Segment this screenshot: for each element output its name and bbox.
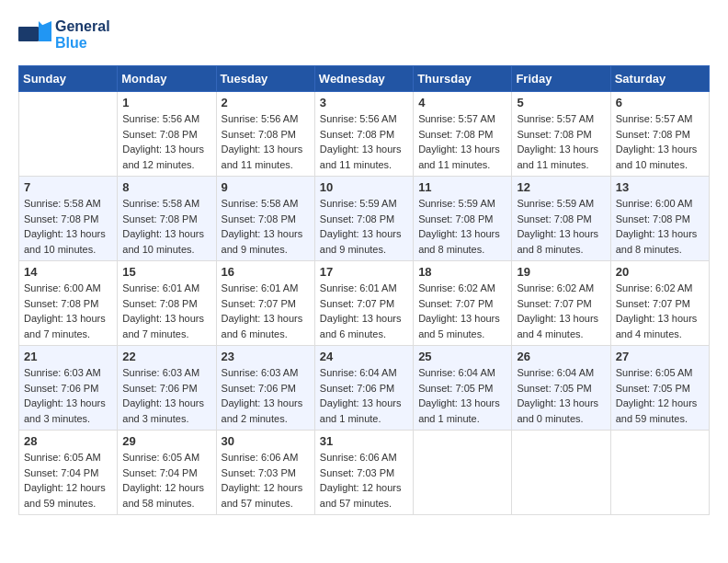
calendar-cell: 19 Sunrise: 6:02 AM Sunset: 7:07 PM Dayl… <box>512 261 610 346</box>
weekday-header-wednesday: Wednesday <box>314 66 413 92</box>
calendar-cell: 27 Sunrise: 6:05 AM Sunset: 7:05 PM Dayl… <box>610 346 709 431</box>
day-number: 2 <box>222 96 310 109</box>
day-number: 29 <box>122 434 210 448</box>
day-number: 21 <box>24 350 112 363</box>
calendar-cell: 26 Sunrise: 6:04 AM Sunset: 7:05 PM Dayl… <box>512 346 610 431</box>
day-info: Sunrise: 5:57 AM Sunset: 7:08 PM Dayligh… <box>616 111 704 172</box>
day-number: 4 <box>418 96 506 109</box>
day-info: Sunrise: 6:04 AM Sunset: 7:05 PM Dayligh… <box>517 365 605 426</box>
calendar-cell: 13 Sunrise: 6:00 AM Sunset: 7:08 PM Dayl… <box>610 177 709 261</box>
day-number: 9 <box>222 180 310 194</box>
weekday-header-saturday: Saturday <box>610 66 709 92</box>
day-info: Sunrise: 6:04 AM Sunset: 7:06 PM Dayligh… <box>320 365 408 426</box>
calendar-week-row: 7 Sunrise: 5:58 AM Sunset: 7:08 PM Dayli… <box>19 177 710 261</box>
day-info: Sunrise: 5:56 AM Sunset: 7:08 PM Dayligh… <box>122 111 210 172</box>
day-info: Sunrise: 5:56 AM Sunset: 7:08 PM Dayligh… <box>222 111 310 172</box>
day-info: Sunrise: 6:03 AM Sunset: 7:06 PM Dayligh… <box>24 365 112 426</box>
weekday-header-thursday: Thursday <box>414 66 512 92</box>
day-number: 3 <box>320 96 408 109</box>
calendar-cell: 4 Sunrise: 5:57 AM Sunset: 7:08 PM Dayli… <box>414 92 512 177</box>
day-number: 23 <box>222 350 310 363</box>
day-info: Sunrise: 6:04 AM Sunset: 7:05 PM Dayligh… <box>418 365 506 426</box>
day-number: 11 <box>418 180 506 194</box>
day-number: 6 <box>616 96 704 109</box>
day-number: 18 <box>418 265 506 279</box>
day-number: 31 <box>320 434 408 448</box>
calendar-cell: 14 Sunrise: 6:00 AM Sunset: 7:08 PM Dayl… <box>19 261 118 346</box>
calendar-cell: 3 Sunrise: 5:56 AM Sunset: 7:08 PM Dayli… <box>314 92 413 177</box>
svg-rect-0 <box>18 27 39 41</box>
calendar-table: SundayMondayTuesdayWednesdayThursdayFrid… <box>18 65 710 515</box>
day-number: 20 <box>616 265 704 279</box>
calendar-cell: 21 Sunrise: 6:03 AM Sunset: 7:06 PM Dayl… <box>19 346 118 431</box>
calendar-cell: 9 Sunrise: 5:58 AM Sunset: 7:08 PM Dayli… <box>216 177 314 261</box>
day-number: 13 <box>616 180 704 194</box>
calendar-cell: 31 Sunrise: 6:06 AM Sunset: 7:03 PM Dayl… <box>314 431 413 515</box>
calendar-cell: 2 Sunrise: 5:56 AM Sunset: 7:08 PM Dayli… <box>216 92 314 177</box>
day-number: 7 <box>24 180 112 194</box>
calendar-cell: 1 Sunrise: 5:56 AM Sunset: 7:08 PM Dayli… <box>118 92 216 177</box>
calendar-cell: 22 Sunrise: 6:03 AM Sunset: 7:06 PM Dayl… <box>118 346 216 431</box>
day-info: Sunrise: 6:02 AM Sunset: 7:07 PM Dayligh… <box>616 281 704 341</box>
day-number: 22 <box>122 350 210 363</box>
day-info: Sunrise: 6:05 AM Sunset: 7:04 PM Dayligh… <box>122 450 210 511</box>
day-info: Sunrise: 6:06 AM Sunset: 7:03 PM Dayligh… <box>320 450 408 511</box>
day-number: 8 <box>122 180 210 194</box>
calendar-cell: 25 Sunrise: 6:04 AM Sunset: 7:05 PM Dayl… <box>414 346 512 431</box>
day-info: Sunrise: 5:58 AM Sunset: 7:08 PM Dayligh… <box>122 196 210 257</box>
logo-icon <box>18 21 51 49</box>
day-info: Sunrise: 6:00 AM Sunset: 7:08 PM Dayligh… <box>616 196 704 257</box>
weekday-header-sunday: Sunday <box>19 66 118 92</box>
day-number: 28 <box>24 434 112 448</box>
day-number: 25 <box>418 350 506 363</box>
calendar-cell: 20 Sunrise: 6:02 AM Sunset: 7:07 PM Dayl… <box>610 261 709 346</box>
weekday-header-friday: Friday <box>512 66 610 92</box>
day-info: Sunrise: 5:59 AM Sunset: 7:08 PM Dayligh… <box>418 196 506 257</box>
day-info: Sunrise: 5:59 AM Sunset: 7:08 PM Dayligh… <box>320 196 408 257</box>
calendar-cell: 30 Sunrise: 6:06 AM Sunset: 7:03 PM Dayl… <box>216 431 314 515</box>
calendar-cell: 17 Sunrise: 6:01 AM Sunset: 7:07 PM Dayl… <box>314 261 413 346</box>
day-number: 14 <box>24 265 112 279</box>
day-info: Sunrise: 6:01 AM Sunset: 7:08 PM Dayligh… <box>122 281 210 341</box>
day-info: Sunrise: 6:02 AM Sunset: 7:07 PM Dayligh… <box>418 281 506 341</box>
weekday-header-row: SundayMondayTuesdayWednesdayThursdayFrid… <box>19 66 710 92</box>
calendar-cell: 10 Sunrise: 5:59 AM Sunset: 7:08 PM Dayl… <box>314 177 413 261</box>
day-info: Sunrise: 6:01 AM Sunset: 7:07 PM Dayligh… <box>222 281 310 341</box>
day-number: 10 <box>320 180 408 194</box>
day-info: Sunrise: 6:02 AM Sunset: 7:07 PM Dayligh… <box>517 281 605 341</box>
day-info: Sunrise: 6:00 AM Sunset: 7:08 PM Dayligh… <box>24 281 112 341</box>
calendar-cell: 15 Sunrise: 6:01 AM Sunset: 7:08 PM Dayl… <box>118 261 216 346</box>
calendar-week-row: 1 Sunrise: 5:56 AM Sunset: 7:08 PM Dayli… <box>19 92 710 177</box>
calendar-cell: 7 Sunrise: 5:58 AM Sunset: 7:08 PM Dayli… <box>19 177 118 261</box>
calendar-cell: 8 Sunrise: 5:58 AM Sunset: 7:08 PM Dayli… <box>118 177 216 261</box>
day-number: 16 <box>222 265 310 279</box>
day-number: 5 <box>517 96 605 109</box>
calendar-cell: 5 Sunrise: 5:57 AM Sunset: 7:08 PM Dayli… <box>512 92 610 177</box>
day-info: Sunrise: 5:57 AM Sunset: 7:08 PM Dayligh… <box>418 111 506 172</box>
calendar-cell <box>610 431 709 515</box>
logo-text-line1: General <box>55 18 110 35</box>
calendar-cell: 11 Sunrise: 5:59 AM Sunset: 7:08 PM Dayl… <box>414 177 512 261</box>
day-number: 24 <box>320 350 408 363</box>
day-info: Sunrise: 5:59 AM Sunset: 7:08 PM Dayligh… <box>517 196 605 257</box>
day-info: Sunrise: 6:03 AM Sunset: 7:06 PM Dayligh… <box>122 365 210 426</box>
day-info: Sunrise: 5:57 AM Sunset: 7:08 PM Dayligh… <box>517 111 605 172</box>
calendar-week-row: 14 Sunrise: 6:00 AM Sunset: 7:08 PM Dayl… <box>19 261 710 346</box>
day-number: 12 <box>517 180 605 194</box>
weekday-header-tuesday: Tuesday <box>216 66 314 92</box>
day-info: Sunrise: 5:58 AM Sunset: 7:08 PM Dayligh… <box>222 196 310 257</box>
calendar-cell: 18 Sunrise: 6:02 AM Sunset: 7:07 PM Dayl… <box>414 261 512 346</box>
weekday-header-monday: Monday <box>118 66 216 92</box>
calendar-cell: 24 Sunrise: 6:04 AM Sunset: 7:06 PM Dayl… <box>314 346 413 431</box>
day-info: Sunrise: 5:58 AM Sunset: 7:08 PM Dayligh… <box>24 196 112 257</box>
logo-text-line2: Blue <box>55 35 110 52</box>
day-number: 26 <box>517 350 605 363</box>
calendar-cell: 16 Sunrise: 6:01 AM Sunset: 7:07 PM Dayl… <box>216 261 314 346</box>
calendar-cell: 6 Sunrise: 5:57 AM Sunset: 7:08 PM Dayli… <box>610 92 709 177</box>
day-number: 17 <box>320 265 408 279</box>
calendar-week-row: 28 Sunrise: 6:05 AM Sunset: 7:04 PM Dayl… <box>19 431 710 515</box>
calendar-cell <box>414 431 512 515</box>
day-info: Sunrise: 6:03 AM Sunset: 7:06 PM Dayligh… <box>222 365 310 426</box>
day-info: Sunrise: 5:56 AM Sunset: 7:08 PM Dayligh… <box>320 111 408 172</box>
day-number: 15 <box>122 265 210 279</box>
